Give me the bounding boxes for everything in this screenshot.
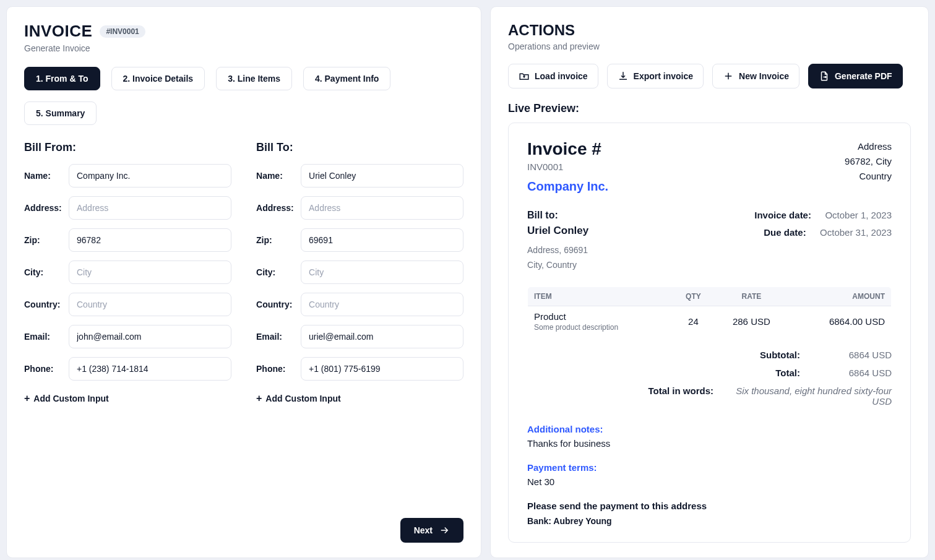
plus-icon: + (256, 393, 262, 404)
preview-addr-line1: Address (845, 139, 892, 154)
from-city-input[interactable] (69, 261, 231, 284)
bill-from-section: Bill From: Name: Address: Zip: City: (24, 141, 231, 408)
th-item: ITEM (528, 286, 673, 306)
actions-subtitle: Operations and preview (508, 41, 911, 51)
form-tabs: 1. From & To 2. Invoice Details 3. Line … (24, 67, 463, 125)
download-icon (618, 71, 629, 82)
th-amount: AMOUNT (789, 286, 892, 306)
preview-billto-heading: Bill to: (527, 210, 588, 221)
from-add-custom-label: Add Custom Input (33, 394, 108, 403)
load-invoice-label: Load invoice (535, 71, 588, 81)
bill-from-title: Bill From: (24, 141, 231, 154)
bill-to-title: Bill To: (256, 141, 463, 154)
preview-invoice-date-label: Invoice date: (754, 210, 811, 220)
from-email-label: Email: (24, 332, 62, 342)
th-qty: QTY (673, 286, 714, 306)
to-phone-label: Phone: (256, 364, 295, 374)
total-label: Total: (726, 368, 800, 378)
new-invoice-label: New Invoice (739, 71, 789, 81)
to-address-input[interactable] (301, 196, 463, 220)
next-button[interactable]: Next (400, 518, 463, 543)
bill-to-section: Bill To: Name: Address: Zip: City: (256, 141, 463, 408)
payment-address-line: Please send the payment to this address (527, 501, 892, 511)
tab-invoice-details[interactable]: 2. Invoice Details (111, 67, 205, 90)
from-country-label: Country: (24, 299, 62, 309)
to-email-label: Email: (256, 332, 295, 342)
plus-icon (723, 71, 734, 82)
preview-billto-line2: City, Country (527, 258, 588, 273)
additional-notes-heading: Additional notes: (527, 424, 892, 434)
preview-invoice-number: INV0001 (527, 162, 608, 172)
preview-addr-line3: Country (845, 169, 892, 184)
to-country-label: Country: (256, 299, 295, 309)
preview-heading: Invoice # (527, 139, 608, 159)
total-words-value: Six thousand, eight hundred sixty-four U… (731, 386, 892, 407)
from-address-input[interactable] (69, 196, 231, 220)
from-name-label: Name: (24, 171, 62, 181)
th-rate: RATE (714, 286, 789, 306)
invoice-subtitle: Generate Invoice (24, 43, 463, 53)
to-add-custom-button[interactable]: + Add Custom Input (256, 389, 341, 408)
preview-sender-address: Address 96782, City Country (845, 139, 892, 184)
additional-notes-body: Thanks for business (527, 438, 892, 449)
arrow-right-icon (439, 525, 450, 536)
next-button-label: Next (414, 525, 433, 535)
to-country-input[interactable] (301, 293, 463, 316)
total-words-label: Total in words: (639, 386, 713, 407)
upload-folder-icon (519, 71, 530, 82)
payment-terms-heading: Payment terms: (527, 462, 892, 473)
preview-addr-line2: 96782, City (845, 154, 892, 169)
from-city-label: City: (24, 267, 62, 277)
actions-panel: ACTIONS Operations and preview Load invo… (490, 6, 929, 558)
live-preview-title: Live Preview: (508, 102, 911, 115)
load-invoice-button[interactable]: Load invoice (508, 64, 598, 88)
to-zip-label: Zip: (256, 235, 295, 245)
to-add-custom-label: Add Custom Input (265, 394, 340, 403)
invoice-form-panel: INVOICE #INV0001 Generate Invoice 1. Fro… (6, 6, 481, 558)
from-name-input[interactable] (69, 164, 231, 187)
to-address-label: Address: (256, 203, 295, 213)
to-zip-input[interactable] (301, 228, 463, 252)
to-phone-input[interactable] (301, 357, 463, 381)
to-email-input[interactable] (301, 325, 463, 348)
preview-due-date-label: Due date: (764, 227, 806, 238)
generate-pdf-button[interactable]: Generate PDF (808, 64, 903, 88)
file-export-icon (819, 71, 830, 82)
to-city-input[interactable] (301, 261, 463, 284)
payment-terms-body: Net 30 (527, 476, 892, 487)
subtotal-label: Subtotal: (726, 350, 800, 360)
to-name-label: Name: (256, 171, 295, 181)
from-zip-input[interactable] (69, 228, 231, 252)
from-email-input[interactable] (69, 325, 231, 348)
total-value: 6864 USD (817, 368, 892, 378)
tab-line-items[interactable]: 3. Line Items (216, 67, 292, 90)
item-rate: 286 USD (714, 306, 789, 337)
subtotal-value: 6864 USD (817, 350, 892, 360)
generate-pdf-label: Generate PDF (835, 71, 892, 81)
from-phone-label: Phone: (24, 364, 62, 374)
to-name-input[interactable] (301, 164, 463, 187)
preview-due-date: October 31, 2023 (820, 227, 892, 238)
table-row: Product Some product description 24 286 … (528, 306, 892, 337)
item-desc: Some product description (534, 323, 666, 332)
export-invoice-button[interactable]: Export invoice (607, 64, 704, 88)
tab-summary[interactable]: 5. Summary (24, 101, 97, 125)
tab-payment-info[interactable]: 4. Payment Info (303, 67, 390, 90)
invoice-number-badge: #INV0001 (100, 25, 145, 38)
from-address-label: Address: (24, 203, 62, 213)
from-country-input[interactable] (69, 293, 231, 316)
preview-billto-name: Uriel Conley (527, 225, 588, 237)
plus-icon: + (24, 393, 30, 404)
invoice-title: INVOICE (24, 22, 92, 41)
from-zip-label: Zip: (24, 235, 62, 245)
preview-company: Company Inc. (527, 179, 608, 194)
new-invoice-button[interactable]: New Invoice (712, 64, 799, 88)
item-qty: 24 (673, 306, 714, 337)
preview-invoice-date: October 1, 2023 (825, 210, 892, 220)
bank-line: Bank: Aubrey Young (527, 516, 892, 526)
from-add-custom-button[interactable]: + Add Custom Input (24, 389, 109, 408)
item-name: Product (534, 311, 566, 322)
from-phone-input[interactable] (69, 357, 231, 381)
export-invoice-label: Export invoice (634, 71, 693, 81)
tab-from-to[interactable]: 1. From & To (24, 67, 100, 90)
